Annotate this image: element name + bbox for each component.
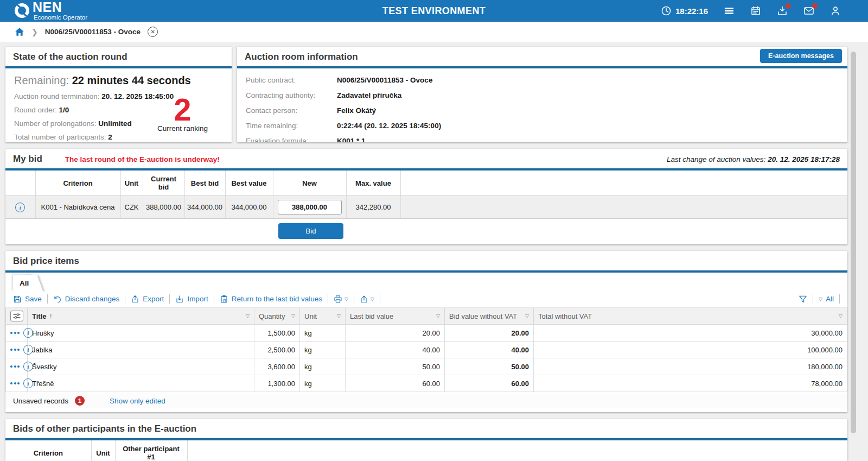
bid-button[interactable]: Bid [278,223,343,239]
logo-text: NEN [33,1,87,14]
nen-logo[interactable]: NEN Economic Operator [15,1,87,21]
share-dropdown-icon[interactable]: ▽ [371,296,374,302]
col-last-bid-value[interactable]: Last bid value ▽ [346,308,445,325]
quantity-cell: 1,300.00 [254,375,300,392]
messages-notification-badge [812,3,818,9]
downloads-button[interactable] [777,5,788,16]
total-participants: Total number of participants: 2 [14,133,223,141]
bid-value-editable-cell[interactable]: 40.00 [445,342,534,358]
bid-value-editable-cell[interactable]: 20.00 [445,325,534,342]
e-auction-messages-button[interactable]: E-auction messages [760,49,842,63]
grid-settings-icon[interactable] [10,311,23,321]
tab-all[interactable]: All [13,275,33,292]
item-title-cell: Švestky [28,358,254,375]
server-time: 18:22:16 [661,5,708,16]
current-ranking-label: Current ranking [157,124,208,132]
toolbar-separator [328,294,328,304]
col-item-unit[interactable]: Unit ▽ [300,308,346,325]
time-remaining-row: Time remaining:0:22:44 (20. 12. 2025 18:… [246,118,839,133]
bid-price-items-panel: Bid price items All Save Discard changes [5,251,847,412]
discard-changes-button[interactable]: Discard changes [53,295,120,304]
breadcrumb-item[interactable]: N006/25/V00011853 - Ovoce [45,28,141,36]
return-last-bid-values-button[interactable]: Return to the last bid values [220,295,322,304]
my-bid-title: My bid [13,154,42,165]
unit-cell: kg [300,325,346,342]
toolbar-separator [380,294,380,304]
criterion-info-icon[interactable]: i [15,203,25,212]
quantity-filter-icon[interactable]: ▽ [291,313,295,319]
import-button[interactable]: Import [175,295,208,304]
row-actions-icon[interactable] [10,382,20,384]
toolbar-separator [214,294,214,304]
col-criterion: Criterion [5,440,91,461]
new-bid-input[interactable] [278,200,342,214]
calendar-button[interactable] [750,5,761,16]
unit-cell: kg [300,358,346,375]
unsaved-records-label: Unsaved records [13,397,68,405]
messages-button[interactable] [803,5,814,16]
clock-icon [661,5,672,16]
quantity-cell: 2,500.00 [254,342,300,358]
table-row: i Švestky 3,600.00 kg 50.00 50.00 180,00… [6,358,847,375]
col-bid-value-without-vat[interactable]: Bid value without VAT ▽ [445,308,534,325]
current-bid-cell: 388,000.00 [143,196,184,219]
toolbar-separator [813,294,813,304]
last-bid-cell: 40.00 [346,342,445,358]
share-button[interactable] [360,295,368,304]
row-actions-icon[interactable] [10,349,20,351]
export-button[interactable]: Export [131,295,164,304]
save-button[interactable]: Save [13,295,42,304]
page-scrollbar[interactable] [851,52,856,433]
profile-button[interactable] [830,5,841,16]
show-only-edited-link[interactable]: Show only edited [110,397,165,405]
clipboard-refresh-icon [220,295,228,304]
toolbar-separator [839,294,840,304]
toolbar-separator [47,294,48,304]
home-icon[interactable] [15,27,24,37]
bid-value-filter-icon[interactable]: ▽ [525,313,529,319]
col-unit: Unit [91,440,115,461]
title-filter-icon[interactable]: ▽ [246,313,250,319]
col-total-without-vat[interactable]: Total without VAT ▽ [534,308,847,325]
filter-all-selector[interactable]: All [826,295,834,303]
last-bid-filter-icon[interactable]: ▽ [436,313,440,319]
contracting-authority-row: Contracting authority:Zadavatel příručka [246,87,839,103]
max-value-cell: 342,280.00 [346,196,400,219]
col-filler [400,170,847,196]
my-bid-row: i K001 - Nabídková cena CZK 388,000.00 3… [5,196,847,219]
filter-dropdown-icon[interactable]: ▽ [819,296,822,302]
bid-value-editable-cell[interactable]: 50.00 [445,358,534,375]
col-max-value: Max. value [346,170,400,196]
print-dropdown-icon[interactable]: ▽ [344,296,348,302]
col-item-title[interactable]: Title ↑ ▽ [28,308,254,325]
row-actions-icon[interactable] [10,365,20,368]
col-best-bid: Best bid [184,170,225,196]
last-bid-cell: 20.00 [346,325,445,342]
time-text: 18:22:16 [675,7,708,16]
print-button[interactable] [334,295,342,304]
import-icon [175,295,184,304]
col-other-participant: Other participant #1 [115,440,187,461]
menu-button[interactable] [724,5,735,16]
evaluation-formula-row: Evaluation formula:K001 * 1 [246,133,839,142]
bid-price-items-divider [5,270,847,273]
unit-filter-icon[interactable]: ▽ [337,313,341,319]
quantity-cell: 3,600.00 [254,358,300,375]
person-icon [830,5,841,16]
last-bid-cell: 60.00 [346,375,445,392]
calendar-icon [750,5,761,16]
contact-person-row: Contact person:Felix Okátý [246,103,839,118]
best-value-cell: 344,000.00 [225,196,273,219]
my-bid-table: Criterion Unit Current bid Best bid Best… [5,170,847,219]
filter-funnel-icon[interactable] [799,295,807,304]
unsaved-count-badge: 1 [75,396,85,406]
my-bid-panel: My bid The last round of the E-auction i… [5,149,847,244]
col-quantity[interactable]: Quantity ▽ [254,308,300,325]
hamburger-icon [724,5,735,16]
state-of-auction-panel: State of the auction round Remaining: 22… [5,47,232,142]
toolbar-separator [125,294,125,304]
total-filter-icon[interactable]: ▽ [839,313,843,319]
breadcrumb-close-icon[interactable]: ✕ [148,27,158,37]
row-actions-icon[interactable] [10,332,20,334]
bid-value-editable-cell[interactable]: 60.00 [445,375,534,392]
